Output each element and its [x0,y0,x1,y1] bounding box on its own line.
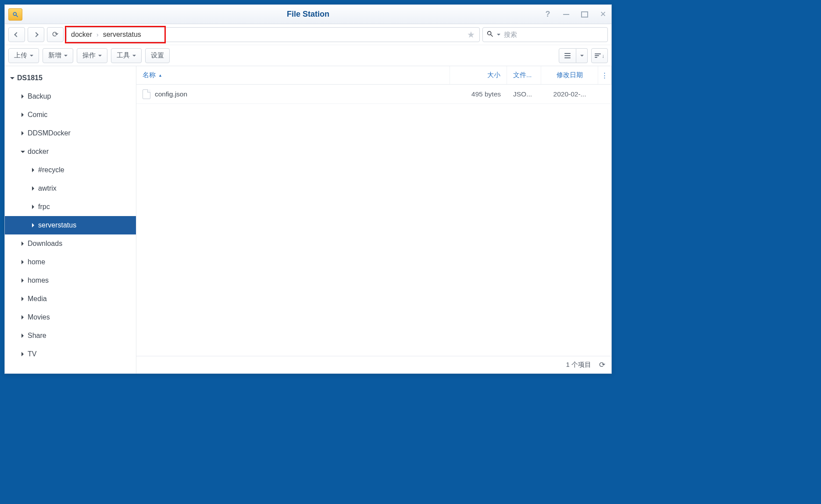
tree-item-awtrix[interactable]: awtrix [5,179,136,198]
breadcrumb-segment[interactable]: docker [71,31,92,39]
file-type: JSO... [507,90,541,98]
expand-toggle-icon[interactable] [21,94,25,99]
expand-toggle-icon[interactable] [21,260,25,264]
tools-button[interactable]: 工具 [111,48,142,63]
breadcrumb-bar[interactable]: docker › serverstatus ★ [66,27,480,42]
navigation-toolbar: ⟳ docker › serverstatus ★ [5,24,611,45]
expand-toggle-icon[interactable] [21,149,25,154]
tree-item-docker[interactable]: docker [5,142,136,161]
settings-button[interactable]: 设置 [145,48,170,63]
search-icon [486,30,493,39]
favorite-star-icon[interactable]: ★ [467,29,475,40]
tree-label: Downloads [28,240,62,248]
file-row[interactable]: config.json 495 bytes JSO... 2020-02-... [136,85,611,104]
upload-label: 上传 [14,51,27,60]
tree-item-comic[interactable]: Comic [5,106,136,124]
window-controls: ? [543,10,608,19]
list-icon [564,53,571,58]
forward-button[interactable] [28,27,44,42]
caret-down-icon [132,55,136,58]
help-icon[interactable]: ? [543,10,553,19]
create-button[interactable]: 新增 [43,48,73,63]
expand-toggle-icon[interactable] [31,186,36,191]
expand-toggle-icon[interactable] [21,131,25,135]
column-header-type[interactable]: 文件... [507,66,541,84]
sort-button[interactable]: ↓ [591,48,608,63]
expand-toggle-icon[interactable] [21,297,25,301]
file-name: config.json [155,90,187,98]
svg-line-3 [491,35,493,36]
minimize-button[interactable] [561,10,571,19]
tree-item-homes[interactable]: homes [5,271,136,290]
search-box[interactable] [482,27,608,42]
action-button[interactable]: 操作 [77,48,107,63]
tree-item-ddsmdocker[interactable]: DDSMDocker [5,124,136,142]
action-toolbar: 上传 新增 操作 工具 设置 ↓ [5,45,611,66]
column-header-size[interactable]: 大小 [450,66,507,84]
tree-label: DDSMDocker [28,129,71,137]
tree-item-media[interactable]: Media [5,290,136,308]
folder-tree[interactable]: DS1815 Backup Comic DDSMDocker docker #r… [5,66,136,373]
tree-label: serverstatus [38,221,76,229]
expand-toggle-icon[interactable] [21,334,25,338]
expand-toggle-icon[interactable] [31,205,36,209]
settings-label: 设置 [151,51,164,60]
tree-item-tv[interactable]: TV [5,345,136,363]
breadcrumb-segment[interactable]: serverstatus [103,31,141,39]
upload-button[interactable]: 上传 [8,48,39,63]
expand-toggle-icon[interactable] [21,315,25,319]
column-header-name[interactable]: 名称 [136,66,450,84]
refresh-button[interactable]: ⟳ [47,27,64,42]
column-headers: 名称 大小 文件... 修改日期 ⋮ [136,66,611,85]
tree-item-home[interactable]: home [5,253,136,271]
tree-item-serverstatus[interactable]: serverstatus [5,216,136,234]
file-list-panel: 名称 大小 文件... 修改日期 ⋮ config.json 495 bytes… [136,66,611,373]
expand-toggle-icon[interactable] [21,278,25,283]
view-list-button[interactable] [559,48,576,63]
caret-down-icon [98,55,102,58]
back-button[interactable] [8,27,25,42]
file-size: 495 bytes [450,90,507,98]
tree-item-recycle[interactable]: #recycle [5,161,136,179]
expand-toggle-icon[interactable] [10,76,14,80]
maximize-button[interactable] [580,10,589,19]
tree-root[interactable]: DS1815 [5,69,136,87]
tree-label: TV [28,350,36,358]
chevron-right-icon [33,32,38,37]
chevron-left-icon [14,32,19,37]
file-station-window: File Station ? ⟳ docker › serverstatus ★ [4,4,612,374]
file-date: 2020-02-... [541,90,598,98]
tree-item-downloads[interactable]: Downloads [5,234,136,253]
tree-label: Share [28,332,46,340]
column-header-date[interactable]: 修改日期 [541,66,598,84]
tree-label: Media [28,295,47,303]
window-title: File Station [5,10,611,19]
expand-toggle-icon[interactable] [31,168,36,172]
sort-icon: ↓ [595,53,604,58]
tree-item-frpc[interactable]: frpc [5,198,136,216]
file-list[interactable]: config.json 495 bytes JSO... 2020-02-... [136,85,611,356]
search-input[interactable] [504,31,604,38]
dropdown-caret-icon[interactable] [497,34,500,37]
tree-label: frpc [38,203,50,211]
expand-toggle-icon[interactable] [21,241,25,246]
tree-label: awtrix [38,185,57,192]
tree-item-share[interactable]: Share [5,327,136,345]
tree-label: docker [28,148,49,156]
tree-label: Movies [28,313,50,321]
action-label: 操作 [82,51,96,60]
refresh-list-button[interactable]: ⟳ [599,360,605,369]
tree-item-movies[interactable]: Movies [5,308,136,327]
expand-toggle-icon[interactable] [21,113,25,117]
main-area: DS1815 Backup Comic DDSMDocker docker #r… [5,66,611,373]
tools-label: 工具 [117,51,130,60]
tree-item-backup[interactable]: Backup [5,87,136,106]
item-count: 1 个项目 [566,361,591,369]
caret-down-icon [580,55,584,58]
view-mode-dropdown[interactable] [576,48,588,63]
expand-toggle-icon[interactable] [21,352,25,356]
close-button[interactable] [598,10,608,19]
expand-toggle-icon[interactable] [31,223,36,227]
column-header-menu[interactable]: ⋮ [598,66,611,84]
tree-label: #recycle [38,166,64,174]
